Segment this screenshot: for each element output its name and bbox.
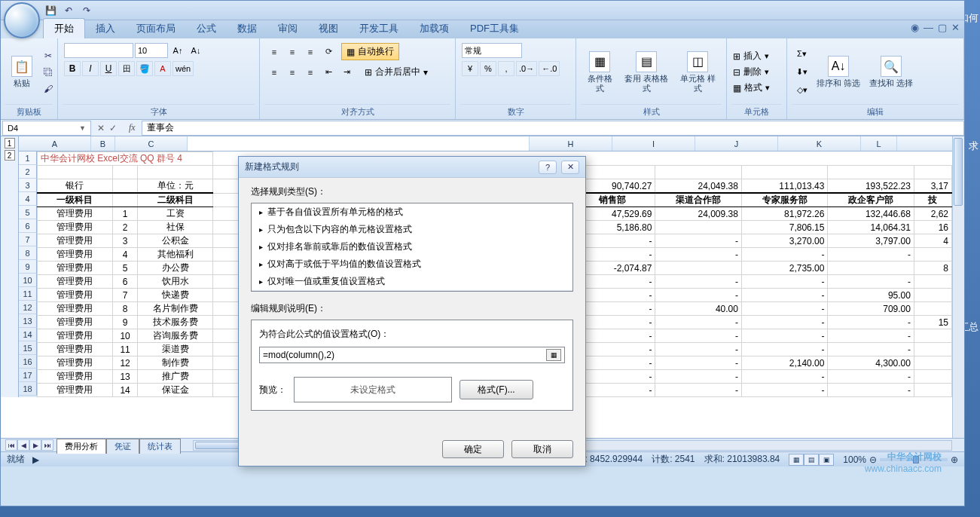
cell[interactable]: 709.00 xyxy=(828,302,914,316)
cell[interactable]: 3,797.00 xyxy=(828,234,914,248)
cell[interactable]: 社保 xyxy=(138,221,213,234)
cell[interactable]: 快递费 xyxy=(138,289,213,302)
cell[interactable]: 6 xyxy=(112,275,137,289)
cell[interactable]: 9 xyxy=(112,316,137,329)
align-bot-icon[interactable]: ≡ xyxy=(302,44,319,60)
align-right-icon[interactable]: ≡ xyxy=(302,65,319,80)
underline-button[interactable]: U xyxy=(100,61,117,76)
cell[interactable]: 饮用水 xyxy=(138,275,213,289)
cell[interactable] xyxy=(914,329,951,343)
cell[interactable]: 制作费 xyxy=(138,356,213,370)
vertical-scrollbar[interactable] xyxy=(952,136,964,438)
cell[interactable]: - xyxy=(655,343,742,356)
view-break-icon[interactable]: ▣ xyxy=(819,454,834,466)
tab-nav-first[interactable]: ⏮ xyxy=(5,439,17,451)
outline-level-1[interactable]: 1 xyxy=(5,138,15,148)
help-icon[interactable]: ◉ xyxy=(911,22,919,33)
sort-filter-button[interactable]: A↓排序和 筛选 xyxy=(814,54,863,90)
cell[interactable]: 办公费 xyxy=(138,262,213,275)
cell[interactable]: 管理费用 xyxy=(38,302,113,316)
formula-input[interactable]: 董事会 xyxy=(142,121,964,136)
row-header[interactable]: 5 xyxy=(19,206,37,219)
tab-PDF工具集[interactable]: PDF工具集 xyxy=(459,19,530,38)
table-format-button[interactable]: ▤套用 表格格式 xyxy=(621,50,673,95)
cell[interactable]: 193,522.23 xyxy=(828,179,914,194)
cell[interactable] xyxy=(741,166,828,179)
bold-button[interactable]: B xyxy=(64,61,81,76)
cell[interactable]: 14 xyxy=(112,384,137,397)
cell[interactable]: 管理费用 xyxy=(38,262,113,275)
cell[interactable] xyxy=(914,302,951,316)
cell[interactable]: 13 xyxy=(112,370,137,384)
cell[interactable]: 8 xyxy=(914,262,951,275)
cell[interactable]: 管理费用 xyxy=(38,329,113,343)
cell[interactable]: 3 xyxy=(112,234,137,248)
align-left-icon[interactable]: ≡ xyxy=(266,65,282,80)
outline-level-2[interactable]: 2 xyxy=(5,150,15,161)
cancel-button[interactable]: 取消 xyxy=(511,440,573,458)
cell[interactable] xyxy=(138,166,213,179)
cell[interactable]: 管理费用 xyxy=(38,248,113,262)
col-header[interactable]: C xyxy=(115,136,188,151)
cell[interactable]: - xyxy=(741,329,828,343)
cell[interactable]: 7,806.15 xyxy=(741,221,828,234)
row-header[interactable]: 17 xyxy=(19,369,37,382)
tab-开始[interactable]: 开始 xyxy=(43,18,85,38)
format-painter-icon[interactable]: 🖌 xyxy=(40,81,56,96)
cell[interactable]: 14,064.31 xyxy=(828,221,914,234)
cell[interactable]: 2 xyxy=(112,221,137,234)
cell[interactable]: - xyxy=(828,275,914,289)
format-button[interactable]: ▦格式▾ xyxy=(733,81,770,94)
indent-inc-icon[interactable]: ⇥ xyxy=(338,65,355,80)
fill-color-button[interactable]: 🪣 xyxy=(136,61,153,76)
row-header[interactable]: 9 xyxy=(19,260,37,274)
cell[interactable]: 管理费用 xyxy=(38,275,113,289)
cell[interactable]: 政企客户部 xyxy=(828,193,914,207)
tab-nav-prev[interactable]: ◀ xyxy=(17,439,29,451)
cell[interactable] xyxy=(914,370,951,384)
cell[interactable]: - xyxy=(741,343,828,356)
cell[interactable]: 8 xyxy=(112,302,137,316)
cell[interactable]: 111,013.43 xyxy=(741,179,828,194)
cell[interactable]: - xyxy=(655,356,742,370)
save-icon[interactable]: 💾 xyxy=(43,3,58,18)
cell[interactable]: 95.00 xyxy=(828,289,914,302)
cell[interactable]: 中华会计网校 Excel交流 QQ 群号 4 xyxy=(38,152,213,166)
column-headers[interactable]: ABCHIJKL xyxy=(19,136,952,151)
rule-type-item[interactable]: 仅对唯一值或重复值设置格式 xyxy=(252,273,572,290)
number-format-select[interactable] xyxy=(462,43,522,58)
cell[interactable]: - xyxy=(741,384,828,397)
col-header[interactable]: H xyxy=(530,136,612,151)
cell[interactable]: - xyxy=(741,370,828,384)
cell[interactable]: 技 xyxy=(914,193,951,207)
tab-页面布局[interactable]: 页面布局 xyxy=(126,19,186,38)
col-header[interactable]: L xyxy=(861,136,897,151)
undo-icon[interactable]: ↶ xyxy=(61,3,76,18)
cell[interactable]: 推广费 xyxy=(138,370,213,384)
cell[interactable] xyxy=(112,193,137,207)
cell[interactable] xyxy=(914,356,951,370)
conditional-format-button[interactable]: ▦条件格式 xyxy=(582,50,618,95)
delete-button[interactable]: ⊟删除▾ xyxy=(733,66,770,78)
cell[interactable] xyxy=(828,262,914,275)
minimize-icon[interactable]: — xyxy=(924,22,933,33)
inc-decimal-icon[interactable]: .0→ xyxy=(516,61,537,76)
cell[interactable]: 1 xyxy=(112,207,137,221)
col-header[interactable]: I xyxy=(612,136,695,151)
rule-type-item[interactable]: 仅对排名靠前或靠后的数值设置格式 xyxy=(252,238,572,255)
col-header[interactable]: J xyxy=(695,136,778,151)
ok-button[interactable]: 确定 xyxy=(442,440,504,458)
scroll-thumb[interactable] xyxy=(954,138,963,206)
cell[interactable]: - xyxy=(655,329,742,343)
cell[interactable]: 3,270.00 xyxy=(741,234,828,248)
font-family-select[interactable] xyxy=(64,43,133,58)
sheet-tab[interactable]: 凭证 xyxy=(106,439,139,454)
cell[interactable]: 132,446.68 xyxy=(828,207,914,221)
row-header[interactable]: 16 xyxy=(19,355,37,369)
row-header[interactable]: 6 xyxy=(19,219,37,233)
sheet-tab[interactable]: 费用分析 xyxy=(56,439,106,454)
cell[interactable]: 24,009.38 xyxy=(655,207,742,221)
increase-font-icon[interactable]: A↑ xyxy=(169,43,186,58)
cell[interactable] xyxy=(112,179,137,194)
cut-icon[interactable]: ✂ xyxy=(40,48,56,63)
